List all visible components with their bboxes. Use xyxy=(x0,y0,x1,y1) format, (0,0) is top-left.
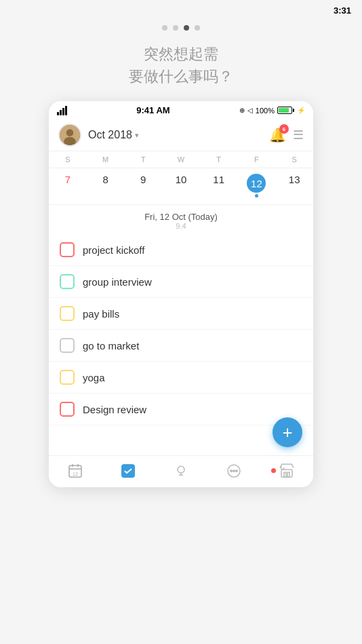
svg-rect-17 xyxy=(284,472,286,477)
task-item-3[interactable]: pay bills xyxy=(49,298,313,330)
day-num-9: 9 xyxy=(140,174,146,185)
task-checkbox-2[interactable] xyxy=(60,274,75,289)
task-label-3: pay bills xyxy=(83,308,119,320)
svg-point-14 xyxy=(233,470,235,472)
task-checkbox-6[interactable] xyxy=(60,402,75,417)
phone-status-bar: 9:41 AM ⊕ ◁ 100% ⚡ xyxy=(49,101,313,118)
bell-button[interactable]: 🔔 6 xyxy=(269,127,286,143)
task-checkbox-1[interactable] xyxy=(60,242,75,257)
task-label-6: Design review xyxy=(83,404,146,415)
avatar-image xyxy=(60,125,80,145)
avatar[interactable] xyxy=(58,124,81,147)
day-num-10: 10 xyxy=(176,174,187,185)
svg-rect-16 xyxy=(281,470,292,477)
weekday-thu: T xyxy=(200,154,238,165)
svg-point-1 xyxy=(66,129,74,136)
chevron-down-icon: ▾ xyxy=(135,131,139,140)
cal-header-left: Oct 2018 ▾ xyxy=(58,124,139,147)
svg-point-13 xyxy=(230,470,232,472)
task-checkbox-3[interactable] xyxy=(60,306,75,321)
weekday-fri: F xyxy=(238,154,276,165)
charging-icon: ⚡ xyxy=(297,107,305,114)
add-task-button[interactable]: + xyxy=(273,417,302,447)
cal-day-9[interactable]: 9 xyxy=(124,171,162,200)
svg-point-2 xyxy=(64,137,76,147)
task-item-2[interactable]: group interview xyxy=(49,266,313,298)
task-item-1[interactable]: project kickoff xyxy=(49,234,313,266)
task-label-4: go to market xyxy=(83,340,139,352)
cal-day-7[interactable]: 7 xyxy=(49,171,87,200)
cal-header-right: 🔔 6 ☰ xyxy=(269,127,304,143)
location-icon: ⊕ xyxy=(239,107,245,114)
weekday-mon: M xyxy=(87,154,125,165)
day-num-11: 11 xyxy=(213,174,224,185)
weekday-sun: S xyxy=(49,154,87,165)
cal-day-8[interactable]: 8 xyxy=(87,171,125,200)
day-num-13: 13 xyxy=(289,174,300,185)
weekday-tue: T xyxy=(124,154,162,165)
ideas-tab[interactable] xyxy=(173,463,189,479)
store-tab[interactable] xyxy=(279,463,295,479)
svg-rect-18 xyxy=(287,472,289,477)
calendar-tab[interactable]: 12 xyxy=(67,463,83,479)
battery-pct: 100% xyxy=(256,107,275,115)
week-days-header: S M T W T F S xyxy=(49,151,313,168)
calendar-header: Oct 2018 ▾ 🔔 6 ☰ xyxy=(49,118,313,151)
task-label-1: project kickoff xyxy=(83,244,144,256)
weekday-wed: W xyxy=(162,154,200,165)
svg-point-9 xyxy=(178,466,184,473)
headline: 突然想起需 要做什么事吗？ xyxy=(129,43,233,88)
day-num-12: 12 xyxy=(247,174,266,193)
headline-line1: 突然想起需 xyxy=(129,43,233,65)
signal2-icon: ◁ xyxy=(247,107,253,114)
task-item-4[interactable]: go to market xyxy=(49,330,313,362)
bell-badge: 6 xyxy=(279,124,289,134)
task-checkbox-5[interactable] xyxy=(60,370,75,385)
phone-frame: 9:41 AM ⊕ ◁ 100% ⚡ xyxy=(49,101,313,487)
store-dot-badge xyxy=(271,468,276,473)
dot-4 xyxy=(195,25,200,31)
phone-battery-area: ⊕ ◁ 100% ⚡ xyxy=(239,107,305,115)
weekday-sat: S xyxy=(275,154,313,165)
day-num-7: 7 xyxy=(65,174,71,185)
chat-tab[interactable] xyxy=(226,463,242,479)
task-item-5[interactable]: yoga xyxy=(49,362,313,394)
today-dot xyxy=(255,194,258,197)
dot-3 xyxy=(184,25,189,31)
month-label: Oct 2018 xyxy=(88,129,132,141)
cal-day-13[interactable]: 13 xyxy=(275,171,313,200)
dot-2 xyxy=(173,25,178,31)
task-item-6[interactable]: Design review xyxy=(49,394,313,425)
os-time: 3:31 xyxy=(334,5,351,16)
bottom-nav: 12 xyxy=(49,455,313,487)
cal-day-10[interactable]: 10 xyxy=(162,171,200,200)
cal-day-12[interactable]: 12 xyxy=(238,171,276,200)
today-label-area: Fri, 12 Oct (Today) 9.4 xyxy=(49,204,313,231)
menu-icon[interactable]: ☰ xyxy=(293,128,304,143)
day-num-8: 8 xyxy=(102,174,108,185)
month-title[interactable]: Oct 2018 ▾ xyxy=(88,129,139,141)
calendar-row: 7 8 9 10 11 12 13 xyxy=(49,168,313,204)
task-checkbox-4[interactable] xyxy=(60,338,75,353)
tasks-tab[interactable] xyxy=(120,463,136,479)
app-container: 3:31 突然想起需 要做什么事吗？ 9:41 AM ⊕ xyxy=(0,0,362,644)
headline-line2: 要做什么事吗？ xyxy=(129,65,233,88)
phone-time: 9:41 AM xyxy=(136,105,169,115)
svg-text:12: 12 xyxy=(73,472,78,476)
page-dots xyxy=(162,25,200,31)
task-list: project kickoff group interview pay bill… xyxy=(49,231,313,432)
cal-day-11[interactable]: 11 xyxy=(200,171,238,200)
signal-icon xyxy=(57,106,67,115)
dot-1 xyxy=(162,25,167,31)
task-label-5: yoga xyxy=(83,372,105,383)
today-sub-label: 9.4 xyxy=(49,222,313,230)
phone-signal xyxy=(57,106,67,115)
today-date-label: Fri, 12 Oct (Today) xyxy=(49,212,313,222)
battery-icon xyxy=(277,107,294,114)
task-label-2: group interview xyxy=(83,276,152,288)
svg-point-15 xyxy=(236,470,237,472)
os-status-bar: 3:31 xyxy=(0,0,362,18)
